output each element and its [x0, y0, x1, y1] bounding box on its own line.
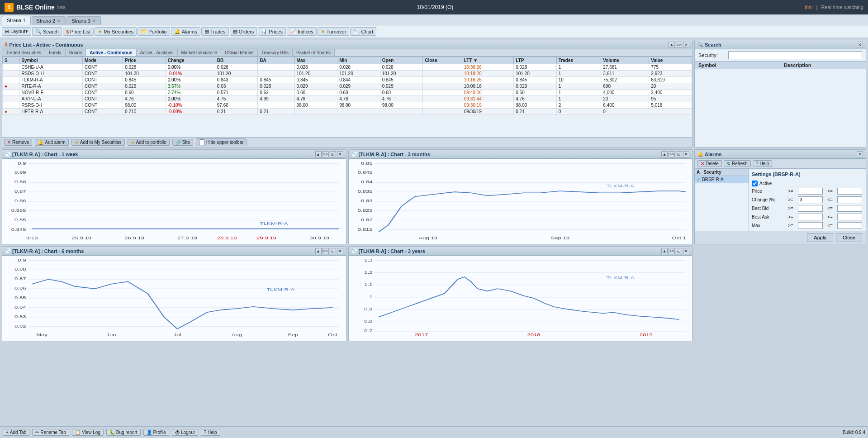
add-alarm-btn[interactable]: 🔔 Add alarm — [35, 139, 69, 146]
change-lte-input[interactable] — [837, 196, 862, 203]
cell-symbol: RSRS-O-I — [19, 102, 83, 109]
table-row[interactable]: RSRS-O-I CONT 98.00 -0.10% 97.60 98.00 9… — [3, 102, 692, 109]
price-tab-treasury[interactable]: Treasury Bills — [258, 49, 293, 56]
max-gte-input[interactable] — [798, 222, 823, 229]
add-tab-btn[interactable]: + Add Tab — [3, 429, 29, 436]
chart-1week-close[interactable]: ✕ — [337, 151, 343, 157]
alarms-refresh-btn[interactable]: ↻ Refresh — [724, 160, 751, 167]
logout-btn[interactable]: ⏻ Logout — [172, 429, 198, 436]
remove-btn[interactable]: ✕ Remove — [4, 139, 32, 146]
price-list-minimize[interactable]: ▲ — [669, 42, 675, 48]
bestask-gte-input[interactable] — [798, 214, 823, 220]
svg-text:Oct: Oct — [328, 332, 337, 337]
toolbar-orders[interactable]: ▤ Orders — [230, 27, 257, 36]
alarm-row-brsp[interactable]: ✓ BRSP-R-A — [695, 176, 749, 183]
cell-trades: 1 — [556, 71, 601, 77]
toolbar-turnover[interactable]: ★ Turnover — [318, 27, 350, 36]
chart-6months-min[interactable]: ▲ — [315, 248, 322, 254]
chart-3years-detach[interactable]: ⊡ — [676, 248, 682, 254]
tab-strana3[interactable]: Strana 3 ✕ — [66, 16, 101, 25]
toolbar-prices[interactable]: 📊 Prices — [258, 27, 286, 36]
chart-3months-detach[interactable]: ⊡ — [676, 151, 682, 157]
tab-strana2-close[interactable]: ✕ — [57, 19, 61, 23]
profile-btn[interactable]: 👤 Profile — [143, 429, 169, 436]
col-min: Min — [337, 57, 380, 64]
view-log-btn[interactable]: 📋 View Log — [72, 429, 104, 436]
toolbar-trades[interactable]: ▤ Trades — [201, 27, 229, 36]
toolbar-mysecurities[interactable]: ★ My Securities — [95, 27, 137, 36]
chart-6months-detach[interactable]: ⊡ — [330, 248, 336, 254]
table-row[interactable]: NOVB-R-E CONT 0.60 2.74% 0.571 0.62 0.60… — [3, 90, 692, 96]
search-input[interactable] — [728, 51, 862, 59]
alarms-delete-btn[interactable]: ✕ Delete — [697, 160, 722, 167]
max-lte-input[interactable] — [837, 222, 862, 229]
price-tab-packet[interactable]: Packet of Shares — [293, 49, 335, 56]
help-btn[interactable]: ? Help — [201, 429, 220, 436]
rename-tab-btn[interactable]: ✏ Rename Tab — [32, 429, 69, 436]
chart-1week-detach[interactable]: ⊡ — [330, 151, 336, 157]
table-row[interactable]: CSHE-U-A CONT 0.028 0.00% 0.028 0.028 0.… — [3, 64, 692, 71]
table-row[interactable]: AIVP-U-A CONT 4.76 0.00% 4.75 4.99 4.76 … — [3, 96, 692, 102]
site-btn[interactable]: 🔗 Site — [172, 139, 193, 146]
alarms-close[interactable]: ✕ — [857, 151, 863, 157]
chart-1week-min[interactable]: ▲ — [315, 151, 322, 157]
bestbid-gte-input[interactable] — [798, 205, 823, 212]
price-tab-official[interactable]: Official Market — [221, 49, 258, 56]
hide-toolbar-checkbox[interactable] — [199, 139, 205, 145]
price-list-prev[interactable]: >> — [676, 42, 682, 48]
apply-button[interactable]: Apply — [807, 233, 833, 242]
svg-text:0.85: 0.85 — [361, 161, 373, 165]
toolbar-search[interactable]: 🔍 Search — [32, 27, 62, 36]
bug-report-btn[interactable]: 🐛 Bug report — [106, 429, 141, 436]
chart-3years-next[interactable]: >> — [669, 248, 675, 254]
price-tab-bonds[interactable]: Bonds — [66, 49, 86, 56]
chart-3months-min[interactable]: ▲ — [661, 151, 668, 157]
chart-1week-next[interactable]: >> — [323, 151, 329, 157]
price-list-close[interactable]: ✕ — [683, 42, 689, 48]
price-tab-active-cont[interactable]: Active - Continuous — [86, 49, 136, 56]
svg-text:0.85: 0.85 — [14, 218, 26, 222]
price-list-table-scroll[interactable]: S Symbol Mode Price Change BB BA Max Min… — [2, 57, 692, 137]
add-portfolio-btn[interactable]: ★ Add to portfolio — [128, 139, 170, 146]
toolbar-indices[interactable]: 📈 Indices — [287, 27, 317, 36]
bestbid-lte-input[interactable] — [837, 205, 862, 212]
bestask-lte-input[interactable] — [837, 214, 862, 220]
chart-3years-close[interactable]: ✕ — [683, 248, 689, 254]
toolbar-pricelist[interactable]: $ Price List — [63, 28, 94, 36]
cell-bb: 0.571 — [215, 90, 258, 96]
active-checkbox[interactable] — [752, 181, 758, 186]
price-tab-market-imb[interactable]: Market Imbalance — [178, 49, 221, 56]
chart-3months-next[interactable]: >> — [669, 151, 675, 157]
alarms-help-btn[interactable]: ? Help — [753, 160, 772, 167]
price-tab-active-auct[interactable]: Active - Auctions — [137, 49, 178, 56]
chart-6months-next[interactable]: >> — [323, 248, 329, 254]
toolbar-chart[interactable]: 📉 Chart — [350, 27, 376, 36]
chart-3months-close[interactable]: ✕ — [683, 151, 689, 157]
table-row[interactable]: ● RITE-R-A CONT 0.029 3.57% 0.03 0.028 0… — [3, 83, 692, 90]
price-list-table: S Symbol Mode Price Change BB BA Max Min… — [2, 57, 692, 115]
search-close[interactable]: ✕ — [857, 42, 863, 48]
change-gte-input[interactable] — [798, 196, 823, 203]
price-gte-input[interactable] — [798, 188, 823, 195]
toolbar-layout[interactable]: ⊞ Layout▾ — [2, 27, 31, 36]
chart-3years-min[interactable]: ▲ — [661, 248, 668, 254]
close-button[interactable]: Close — [836, 233, 862, 242]
tab-strana1[interactable]: Strana 1 — [2, 16, 31, 25]
price-tab-funds[interactable]: Funds — [45, 49, 66, 56]
table-row[interactable]: ● HETR-R-A CONT 0.210 -0.08% 0.21 0.21 0… — [3, 109, 692, 115]
table-row[interactable]: TLKM-R-A CONT 0.845 0.00% 0.843 0.845 0.… — [3, 77, 692, 83]
hide-toolbar-btn[interactable]: Hide upper toolbar — [196, 138, 247, 146]
toolbar-portfolio[interactable]: 📁 Portfolio — [138, 27, 170, 36]
tab-strana3-close[interactable]: ✕ — [92, 19, 96, 23]
toolbar-alarms[interactable]: 🔔 Alarms — [171, 27, 200, 36]
price-tab-traded[interactable]: Traded Securities — [2, 49, 45, 56]
logout-icon: ⏻ — [175, 430, 180, 435]
chart-6months-close[interactable]: ✕ — [337, 248, 343, 254]
toolbar-orders-label: Orders — [239, 29, 254, 34]
cell-volume: 0 — [601, 109, 649, 115]
alarms-list: A Security ✓ BRSP-R-A — [695, 169, 749, 231]
table-row[interactable]: RSDS-O-H CONT 101.20 -0.01% 101.20 101.2… — [3, 71, 692, 77]
add-mysec-btn[interactable]: ★ Add to My Securities — [71, 139, 125, 146]
tab-strana2[interactable]: Strana 2 ✕ — [32, 16, 66, 25]
price-lte-input[interactable] — [837, 188, 862, 195]
